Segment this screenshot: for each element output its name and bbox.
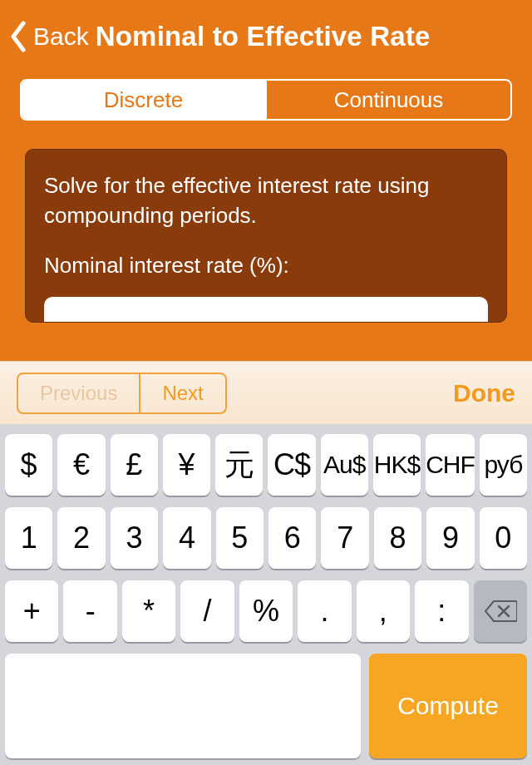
key[interactable]: Au$ bbox=[321, 434, 368, 496]
key[interactable]: 0 bbox=[480, 507, 527, 569]
key[interactable]: 6 bbox=[268, 507, 316, 569]
key[interactable]: 2 bbox=[57, 507, 105, 569]
back-label: Back bbox=[33, 22, 89, 51]
key[interactable]: 9 bbox=[426, 507, 474, 569]
key[interactable]: 8 bbox=[374, 507, 421, 569]
page-title: Nominal to Effective Rate bbox=[96, 21, 431, 52]
backspace-key[interactable] bbox=[474, 580, 527, 642]
key[interactable]: / bbox=[180, 580, 234, 642]
done-button[interactable]: Done bbox=[453, 379, 515, 407]
key[interactable]: , bbox=[357, 580, 410, 642]
key[interactable]: : bbox=[415, 580, 468, 642]
prev-next-control: Previous Next bbox=[17, 373, 227, 414]
key[interactable]: 元 bbox=[215, 434, 263, 496]
key[interactable]: £ bbox=[111, 434, 158, 496]
backspace-icon bbox=[484, 600, 517, 623]
next-button[interactable]: Next bbox=[139, 374, 224, 412]
nominal-rate-label: Nominal interest rate (%): bbox=[44, 253, 488, 279]
key[interactable]: % bbox=[239, 580, 293, 642]
keyboard: $€£¥元C$Au$HK$CHFруб 1234567890 +-*/%.,: … bbox=[0, 424, 532, 765]
key[interactable]: € bbox=[57, 434, 105, 496]
key[interactable]: 3 bbox=[111, 507, 158, 569]
compute-button[interactable]: Compute bbox=[369, 654, 527, 758]
key[interactable]: HK$ bbox=[373, 434, 421, 496]
nominal-rate-input[interactable] bbox=[44, 297, 488, 322]
form-description: Solve for the effective interest rate us… bbox=[44, 171, 488, 231]
back-button[interactable]: Back bbox=[8, 20, 89, 53]
key[interactable]: ¥ bbox=[163, 434, 210, 496]
previous-button: Previous bbox=[18, 374, 139, 412]
key[interactable]: руб bbox=[480, 434, 527, 496]
key[interactable]: 7 bbox=[321, 507, 368, 569]
keyboard-input[interactable] bbox=[5, 654, 361, 758]
chevron-left-icon bbox=[8, 20, 28, 53]
key[interactable]: $ bbox=[5, 434, 52, 496]
key[interactable]: 5 bbox=[216, 507, 264, 569]
key[interactable]: CHF bbox=[426, 434, 475, 496]
input-accessory-bar: Previous Next Done bbox=[0, 361, 532, 424]
key[interactable]: C$ bbox=[268, 434, 315, 496]
key[interactable]: 4 bbox=[163, 507, 210, 569]
segmented-control: Discrete Continuous bbox=[20, 79, 512, 121]
key[interactable]: - bbox=[63, 580, 116, 642]
key[interactable]: * bbox=[122, 580, 175, 642]
form-card: Solve for the effective interest rate us… bbox=[25, 149, 507, 323]
tab-continuous[interactable]: Continuous bbox=[265, 81, 510, 119]
key[interactable]: . bbox=[298, 580, 351, 642]
key[interactable]: + bbox=[5, 580, 58, 642]
key[interactable]: 1 bbox=[5, 507, 52, 569]
tab-discrete[interactable]: Discrete bbox=[22, 81, 265, 119]
